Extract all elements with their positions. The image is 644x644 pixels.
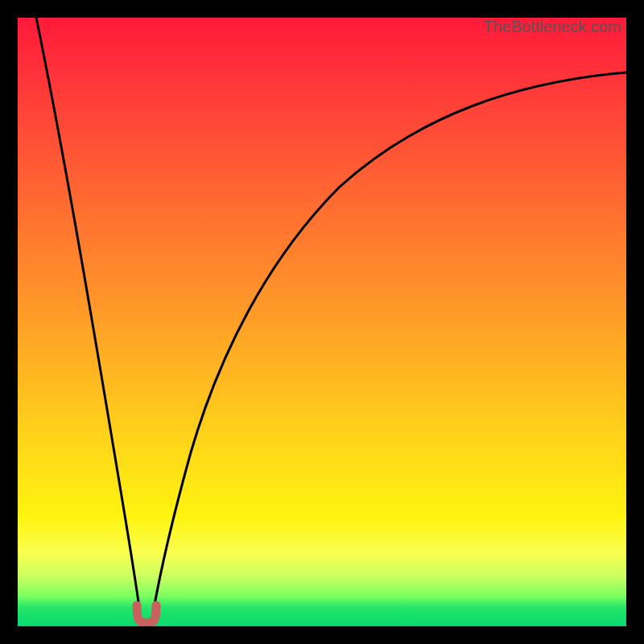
chart-frame: TheBottleneck.com	[0, 0, 644, 644]
curve-left	[36, 18, 140, 613]
watermark-text: TheBottleneck.com	[484, 18, 621, 36]
chart-overlay	[18, 18, 626, 626]
curve-right	[153, 72, 626, 613]
valley-marker-icon	[137, 605, 156, 623]
